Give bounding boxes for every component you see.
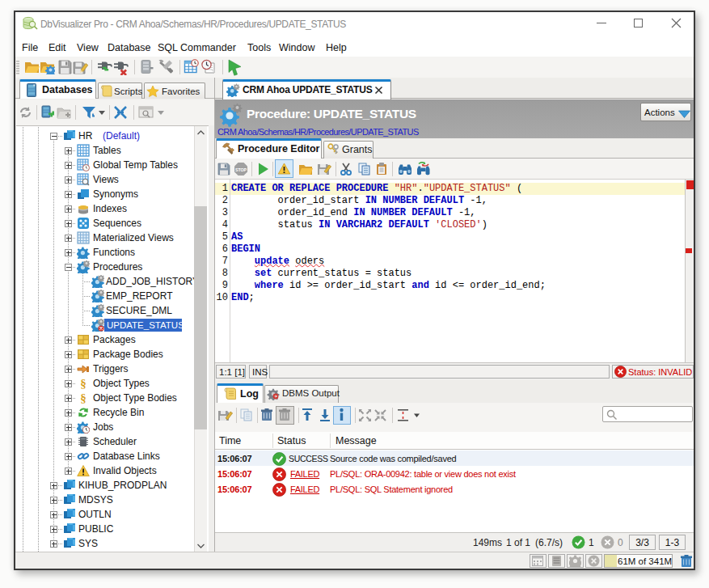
svg-text:§: § xyxy=(80,377,87,390)
svg-text:STOP: STOP xyxy=(235,167,247,172)
svg-text:§: § xyxy=(80,391,87,404)
